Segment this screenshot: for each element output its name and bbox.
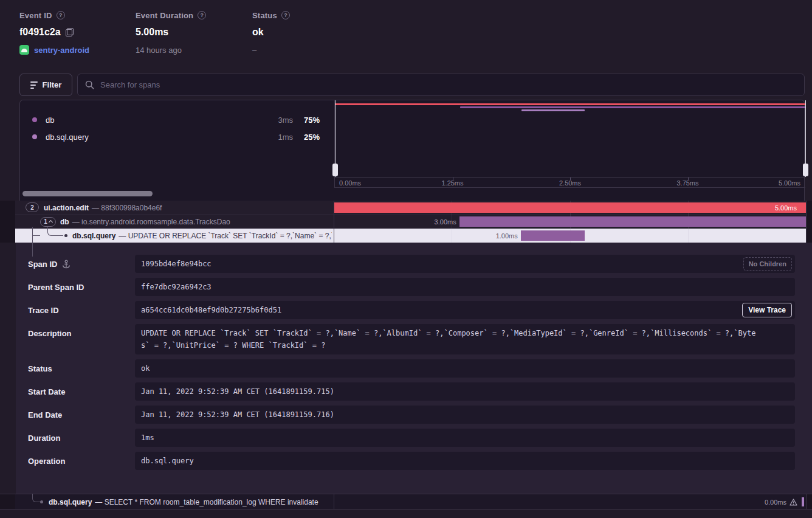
span-duration-label: 1.00ms bbox=[496, 229, 518, 243]
axis-tick-label: 1.25ms bbox=[441, 179, 463, 187]
event-header: Event ID ? f0491c2a sentry-android Event… bbox=[19, 10, 349, 55]
warning-icon bbox=[790, 499, 797, 506]
minimap-span-line bbox=[335, 103, 805, 105]
waterfall-panel: db 3ms 75% db.sql.query 1ms 25% bbox=[19, 100, 805, 201]
event-id-label: Event ID bbox=[19, 11, 52, 20]
start-date-value: Jan 11, 2022 9:52:39 AM CET (1641891159.… bbox=[135, 382, 795, 401]
span-bar-cell: 0.00ms bbox=[334, 494, 807, 509]
span-duration-bar[interactable] bbox=[334, 202, 806, 213]
tree-node-dot bbox=[64, 234, 67, 237]
detail-label: Parent Span ID bbox=[28, 283, 84, 292]
event-duration-label: Event Duration bbox=[136, 11, 193, 20]
axis-tick-label: 0.00ms bbox=[339, 179, 361, 187]
minimap-right-handle[interactable] bbox=[803, 164, 808, 176]
event-id-column: Event ID ? f0491c2a sentry-android bbox=[19, 10, 136, 55]
legend-item[interactable]: db.sql.query 1ms 25% bbox=[32, 131, 320, 143]
help-icon[interactable]: ? bbox=[198, 11, 206, 19]
detail-row-duration: Duration 1ms bbox=[28, 429, 812, 447]
trace-id-value: a654cc61dc0b48ef9d0b27275b6f0d51 View Tr… bbox=[135, 301, 795, 319]
legend-percent: 25% bbox=[293, 133, 320, 142]
span-op: db bbox=[60, 218, 69, 226]
span-search[interactable] bbox=[77, 74, 805, 96]
span-bar-cell: 5.00ms bbox=[334, 201, 807, 215]
legend-percent: 75% bbox=[293, 116, 320, 125]
span-id-value: 1095bd4ef8e94bcc No Children bbox=[135, 255, 795, 273]
span-op: db.sql.query bbox=[72, 232, 115, 240]
span-duration-label: 5.00ms bbox=[775, 201, 797, 215]
duration-value: 1ms bbox=[135, 429, 795, 447]
operation-value: db.sql.query bbox=[135, 452, 795, 470]
span-row-db-sql-query-selected[interactable]: db.sql.query — UPDATE OR REPLACE `Track`… bbox=[0, 229, 812, 243]
status-label: Status bbox=[252, 11, 277, 20]
search-icon bbox=[85, 80, 94, 89]
span-tree: 2 ui.action.edit — 88f300998a0b4e6f 5.00… bbox=[0, 201, 812, 243]
detail-label: Start Date bbox=[28, 387, 65, 396]
help-icon[interactable]: ? bbox=[57, 11, 65, 19]
span-duration-bar[interactable] bbox=[802, 497, 804, 506]
spans-toolbar: Filter bbox=[19, 74, 805, 96]
anchor-icon[interactable] bbox=[62, 260, 71, 269]
android-platform-icon bbox=[19, 45, 29, 55]
minimap-left-handle[interactable] bbox=[332, 164, 338, 176]
detail-row-parent-span-id: Parent Span ID ffe7dbc92a6942c3 bbox=[28, 278, 812, 296]
span-duration-label: 3.00ms bbox=[435, 215, 456, 229]
span-row-db-sql-query-bottom[interactable]: db.sql.query — SELECT * FROM room_table_… bbox=[0, 494, 812, 509]
span-duration-bar[interactable] bbox=[459, 216, 806, 227]
child-count-badge-expandable[interactable]: 1 bbox=[40, 217, 56, 227]
detail-label: Status bbox=[28, 364, 52, 373]
span-bar-cell: 3.00ms bbox=[334, 215, 807, 229]
event-duration-value: 5.00ms bbox=[136, 27, 168, 38]
detail-row-end-date: End Date Jan 11, 2022 9:52:39 AM CET (16… bbox=[28, 406, 812, 424]
status-detail-value: ok bbox=[135, 359, 795, 378]
legend-op-label: db.sql.query bbox=[46, 133, 266, 142]
detail-row-description: Description UPDATE OR REPLACE `Track` SE… bbox=[28, 324, 812, 354]
tree-node-dot bbox=[40, 500, 43, 503]
help-icon[interactable]: ? bbox=[281, 11, 290, 19]
span-row-db[interactable]: 1 db — io.sentry.android.roomsample.data… bbox=[0, 215, 812, 229]
chevron-up-icon bbox=[49, 220, 53, 224]
span-bar-cell: 1.00ms bbox=[334, 229, 807, 243]
span-description: — UPDATE OR REPLACE `Track` SET `TrackId… bbox=[119, 232, 332, 240]
status-column: Status ? ok – bbox=[252, 10, 349, 55]
legend-duration: 1ms bbox=[266, 133, 293, 142]
op-breakdown-legend: db 3ms 75% db.sql.query 1ms 25% bbox=[20, 100, 334, 201]
detail-row-operation: Operation db.sql.query bbox=[28, 452, 812, 470]
detail-label: Trace ID bbox=[28, 306, 59, 315]
description-value: UPDATE OR REPLACE `Track` SET `TrackId` … bbox=[135, 324, 795, 354]
child-count-badge[interactable]: 2 bbox=[26, 202, 39, 212]
parent-span-id-value: ffe7dbc92a6942c3 bbox=[135, 278, 795, 296]
end-date-value: Jan 11, 2022 9:52:39 AM CET (1641891159.… bbox=[135, 406, 795, 424]
axis-tick-label: 3.75ms bbox=[676, 179, 698, 187]
no-children-chip: No Children bbox=[743, 257, 792, 271]
status-value: ok bbox=[252, 27, 264, 38]
minimap-span-line bbox=[460, 106, 805, 108]
horizontal-scrollbar[interactable] bbox=[22, 191, 153, 196]
detail-label: Operation bbox=[28, 457, 65, 466]
copy-icon[interactable] bbox=[66, 28, 74, 36]
span-row-ui-action-edit[interactable]: 2 ui.action.edit — 88f300998a0b4e6f 5.00… bbox=[0, 201, 812, 215]
search-input[interactable] bbox=[100, 80, 797, 89]
legend-op-label: db bbox=[46, 116, 266, 125]
filter-icon bbox=[30, 81, 38, 89]
timeline-axis: 0.00ms 1.25ms 2.50ms 3.75ms 5.00ms bbox=[334, 177, 805, 188]
span-op: db.sql.query bbox=[49, 498, 92, 506]
span-op: ui.action.edit bbox=[44, 204, 89, 212]
span-description: — io.sentry.android.roomsample.data.Trac… bbox=[72, 218, 230, 226]
detail-label: Span ID bbox=[28, 260, 57, 269]
filter-button-label: Filter bbox=[43, 80, 62, 89]
span-duration-bar[interactable] bbox=[521, 230, 585, 241]
view-trace-button[interactable]: View Trace bbox=[742, 303, 792, 317]
span-duration-label: 0.00ms bbox=[765, 499, 786, 506]
op-color-dot bbox=[32, 134, 37, 139]
project-link[interactable]: sentry-android bbox=[34, 46, 89, 55]
trace-minimap[interactable] bbox=[334, 100, 805, 177]
detail-row-status: Status ok bbox=[28, 359, 812, 378]
status-sub: – bbox=[252, 46, 256, 55]
minimap-span-line bbox=[521, 109, 585, 111]
filter-button[interactable]: Filter bbox=[19, 74, 72, 96]
detail-label: Description bbox=[28, 329, 72, 338]
detail-label: End Date bbox=[28, 410, 62, 420]
detail-label: Duration bbox=[28, 433, 60, 443]
axis-tick-label: 5.00ms bbox=[779, 179, 800, 187]
legend-item[interactable]: db 3ms 75% bbox=[32, 114, 320, 126]
